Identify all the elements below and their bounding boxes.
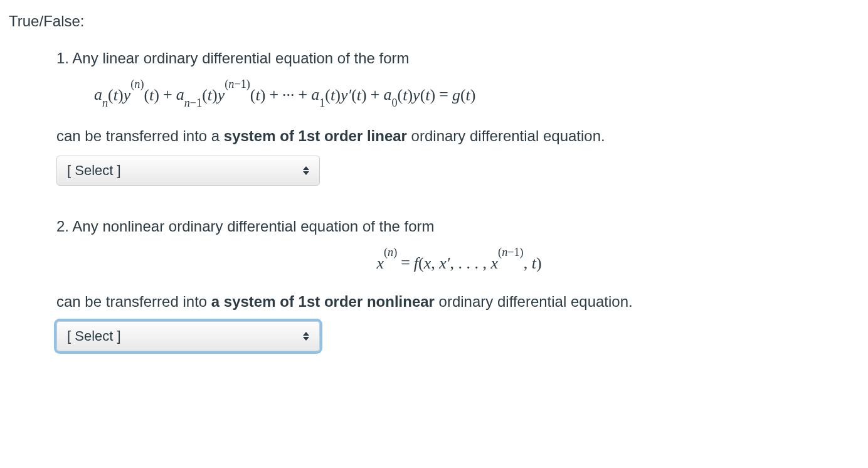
questions-container: 1. Any linear ordinary differential equa… <box>6 48 862 355</box>
answer-select-1[interactable]: [ Select ] <box>56 156 320 186</box>
question-1-number: 1. <box>56 50 69 66</box>
updown-icon <box>303 332 309 341</box>
question-1-statement-pre: can be transferred into a <box>56 127 224 144</box>
answer-select-2[interactable]: [ Select ] <box>56 321 320 351</box>
question-1-statement-post: ordinary differential equation. <box>407 127 605 144</box>
question-2-statement-bold: a system of 1st order nonlinear <box>211 293 435 310</box>
question-1-statement: can be transferred into a system of 1st … <box>56 125 862 147</box>
answer-select-2-placeholder: [ Select ] <box>67 328 121 344</box>
question-2-statement: can be transferred into a system of 1st … <box>56 291 862 312</box>
question-2-statement-post: ordinary differential equation. <box>435 293 633 310</box>
question-2-intro-text: Any nonlinear ordinary differential equa… <box>72 218 434 235</box>
question-2-statement-pre: can be transferred into <box>56 293 211 310</box>
question-2-number: 2. <box>56 218 69 235</box>
question-header: True/False: <box>9 13 862 30</box>
equation-1: an(t)y(n)(t)+an−1(t)y(n−1)(t)+···+a1(t)y… <box>56 84 862 107</box>
question-1: 1. Any linear ordinary differential equa… <box>56 48 862 189</box>
question-1-intro: 1. Any linear ordinary differential equa… <box>56 48 862 69</box>
question-1-statement-bold: system of 1st order linear <box>224 127 407 144</box>
answer-select-1-placeholder: [ Select ] <box>67 162 121 179</box>
question-2-intro: 2. Any nonlinear ordinary differential e… <box>56 216 862 237</box>
equation-2: x(n)=f(x, x′, . . . , x(n−1), t) <box>56 252 862 273</box>
updown-icon <box>303 166 309 175</box>
question-2: 2. Any nonlinear ordinary differential e… <box>56 216 862 355</box>
question-1-intro-text: Any linear ordinary differential equatio… <box>72 50 409 66</box>
